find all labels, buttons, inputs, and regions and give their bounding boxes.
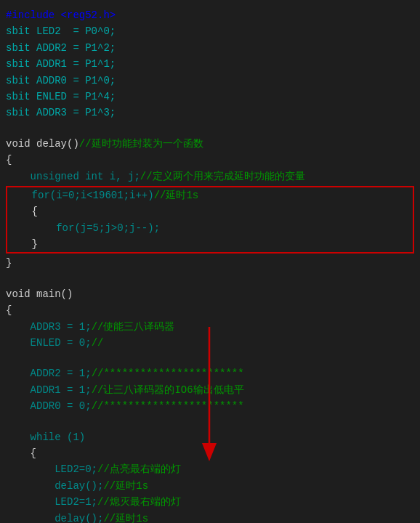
code-comment: //延时功能封装为一个函数 xyxy=(79,136,203,152)
code-line: sbit ADDR1 = P1^1; xyxy=(6,56,414,72)
code-comment: //延时1s xyxy=(103,511,148,523)
code-line: ADDR0 = 0;//*********************** xyxy=(6,398,414,414)
code-line: delay();//延时1s xyxy=(6,478,414,494)
code-line: void main() xyxy=(6,286,414,302)
code-text: LED2=1; xyxy=(6,494,97,510)
code-line: LED2=0;//点亮最右端的灯 xyxy=(6,461,414,477)
code-text: for(j=5;j>0;j--); xyxy=(7,220,160,236)
code-text: { xyxy=(7,203,38,219)
code-text: delay(); xyxy=(6,511,103,523)
code-line: sbit ADDR2 = P1^2; xyxy=(6,40,414,56)
code-comment: //*********************** xyxy=(92,398,244,414)
while-keyword: while (1) xyxy=(6,429,85,445)
empty-line xyxy=(6,415,414,429)
code-container: #include <reg52.h> sbit LED2 = P0^0; sbi… xyxy=(0,0,420,523)
code-line: } xyxy=(6,255,414,271)
code-comment: //定义两个用来完成延时功能的变量 xyxy=(140,169,305,185)
code-line: { xyxy=(6,302,414,318)
code-line: sbit ADDR3 = P1^3; xyxy=(6,105,414,121)
code-text: ADDR2 = 1; xyxy=(6,365,92,381)
code-text: unsigned int i, j; xyxy=(6,169,140,185)
code-comment: //让三八译码器的IO6输出低电平 xyxy=(92,382,244,398)
code-text: delay(); xyxy=(6,478,103,494)
code-line: delay();//延时1s xyxy=(6,511,414,523)
code-text: ADDR3 = 1; xyxy=(6,319,92,335)
code-line: LED2=1;//熄灭最右端的灯 xyxy=(6,494,414,510)
code-comment: //熄灭最右端的灯 xyxy=(97,494,181,510)
code-text: } xyxy=(7,236,38,252)
empty-line xyxy=(6,272,414,286)
while-line: while (1) xyxy=(6,429,414,445)
code-text: sbit ADDR2 = P1^2; xyxy=(6,40,116,56)
code-line: #include <reg52.h> xyxy=(6,7,414,23)
code-line: sbit ADDR0 = P1^0; xyxy=(6,73,414,89)
arrow-region: LED2=0;//点亮最右端的灯 xyxy=(6,461,414,477)
code-text: { xyxy=(6,152,12,168)
empty-line xyxy=(6,121,414,136)
code-line: ADDR3 = 1;//使能三八译码器 xyxy=(6,319,414,335)
highlight-box: for(i=0;i<19601;i++)//延时1s { for(j=5;j>0… xyxy=(6,186,414,254)
code-line: void delay()//延时功能封装为一个函数 xyxy=(6,136,414,152)
code-line: sbit ENLED = P1^4; xyxy=(6,89,414,105)
code-line: unsigned int i, j;//定义两个用来完成延时功能的变量 xyxy=(6,169,414,185)
code-text: ADDR0 = 0; xyxy=(6,398,92,414)
code-text: { xyxy=(6,445,36,461)
code-text: void delay() xyxy=(6,136,79,152)
code-text: for(i=0;i<19601;i++) xyxy=(7,187,154,203)
code-comment: //延时1s xyxy=(103,478,148,494)
code-comment: //使能三八译码器 xyxy=(92,319,175,335)
code-text: void main() xyxy=(6,286,73,302)
code-text: sbit ENLED = P1^4; xyxy=(6,89,116,105)
code-comment: // xyxy=(92,335,104,351)
code-line: ENLED = 0;// xyxy=(6,335,414,351)
code-text: ENLED = 0; xyxy=(6,335,92,351)
code-line: { xyxy=(6,152,414,168)
code-comment: //点亮最右端的灯 xyxy=(97,461,181,477)
code-text: { xyxy=(6,302,12,318)
code-line: sbit LED2 = P0^0; xyxy=(6,23,414,39)
code-line: { xyxy=(6,445,414,461)
code-text: sbit ADDR1 = P1^1; xyxy=(6,56,116,72)
code-text: sbit ADDR0 = P1^0; xyxy=(6,73,116,89)
code-line: { xyxy=(7,203,413,219)
code-comment: //*********************** xyxy=(92,365,244,381)
code-text: #include <reg52.h> xyxy=(6,7,116,23)
code-text: ADDR1 = 1; xyxy=(6,382,92,398)
code-line: ADDR1 = 1;//让三八译码器的IO6输出低电平 xyxy=(6,382,414,398)
code-text: sbit ADDR3 = P1^3; xyxy=(6,105,116,121)
code-line: ADDR2 = 1;//*********************** xyxy=(6,365,414,381)
code-line: } xyxy=(7,236,413,252)
code-text: } xyxy=(6,255,12,271)
code-line: for(j=5;j>0;j--); xyxy=(7,220,413,236)
code-comment: //延时1s xyxy=(154,187,199,203)
code-text: LED2=0; xyxy=(6,461,97,477)
code-text: sbit LED2 = P0^0; xyxy=(6,23,116,39)
empty-line xyxy=(6,351,414,365)
code-line: for(i=0;i<19601;i++)//延时1s xyxy=(7,187,413,203)
